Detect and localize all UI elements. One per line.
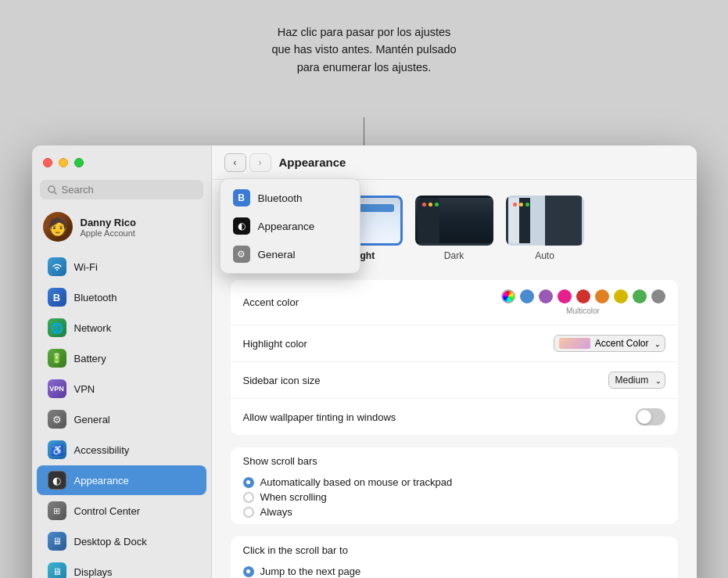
controlcenter-label: Control Center [74, 505, 141, 517]
zoom-button[interactable] [74, 158, 84, 167]
minimize-button[interactable] [59, 158, 68, 167]
dropdown-appearance-icon: ◐ [233, 217, 250, 235]
user-profile[interactable]: 🧑 Danny Rico Apple Account [32, 206, 211, 251]
tooltip-line [364, 117, 364, 145]
accent-red[interactable] [576, 289, 590, 303]
wifi-icon [48, 257, 66, 276]
accent-green[interactable] [633, 289, 647, 303]
sidebar-icon-size-select-wrapper: Small Medium Large [608, 372, 665, 389]
settings-window: 🧑 Danny Rico Apple Account Wi-Fi [32, 145, 697, 578]
user-subtitle: Apple Account [81, 228, 137, 238]
search-icon [48, 185, 57, 195]
general-label: General [74, 414, 110, 425]
click-next-radio [243, 566, 254, 577]
mode-option-dark[interactable]: Dark [415, 196, 493, 261]
bluetooth-label: Bluetooth [74, 292, 117, 303]
sidebar-icon-size-label: Sidebar icon size [243, 375, 321, 386]
forward-button[interactable]: › [249, 153, 271, 172]
close-button[interactable] [43, 158, 52, 167]
sidebar-item-battery[interactable]: 🔋 Battery [37, 343, 206, 373]
sidebar-item-controlcenter[interactable]: ⊞ Control Center [37, 496, 206, 526]
sidebar-item-appearance[interactable]: ◐ Appearance [37, 465, 206, 495]
scroll-auto-option[interactable]: Automatically based on mouse or trackpad [243, 476, 665, 488]
accent-color-label: Accent color [243, 296, 299, 308]
scroll-bars-section: Show scroll bars Automatically based on … [231, 447, 678, 524]
dropdown-bluetooth-label: Bluetooth [258, 192, 303, 204]
bluetooth-icon: B [48, 288, 66, 307]
accent-color-row: Accent color [231, 280, 678, 325]
accent-graphite[interactable] [651, 289, 665, 303]
battery-label: Battery [74, 353, 106, 364]
multicolor-label: Multicolor [566, 307, 600, 315]
sidebar-item-general[interactable]: ⚙ General [37, 404, 206, 434]
vpn-label: VPN [74, 383, 95, 395]
main-settings-section: Accent color [231, 280, 678, 435]
sidebar-item-wifi[interactable]: Wi-Fi [37, 252, 206, 282]
auto-preview [506, 196, 584, 246]
appearance-icon: ◐ [48, 471, 66, 490]
controlcenter-icon: ⊞ [48, 501, 66, 520]
accent-orange[interactable] [595, 289, 609, 303]
sidebar-item-displays[interactable]: 🖥 Displays [37, 557, 206, 578]
accent-colors-row [501, 289, 665, 303]
sidebar-item-vpn[interactable]: VPN VPN [37, 374, 206, 404]
sidebar-items-list: Wi-Fi B Bluetooth 🌐 Network 🔋 Battery [32, 251, 211, 578]
click-scroll-radio-group: Jump to the next page [231, 559, 678, 578]
highlight-color-button[interactable]: Accent Color [554, 335, 665, 352]
outer-wrapper: Haz clic para pasar por los ajustes que … [16, 16, 712, 578]
wallpaper-tinting-row: Allow wallpaper tinting in windows [231, 399, 678, 435]
nav-dropdown-menu: B Bluetooth ◐ Appearance ⚙ General [220, 178, 360, 274]
network-icon: 🌐 [48, 318, 66, 337]
vpn-icon: VPN [48, 379, 66, 398]
scroll-scrolling-option[interactable]: When scrolling [243, 491, 665, 503]
highlight-color-label: Highlight color [243, 338, 307, 350]
titlebar [32, 145, 211, 180]
tooltip-text: Haz clic para pasar por los ajustes que … [271, 26, 456, 74]
dropdown-general-icon: ⚙ [233, 246, 250, 263]
search-bar[interactable] [40, 180, 203, 199]
show-scroll-bars-label: Show scroll bars [231, 447, 678, 470]
sidebar-item-network[interactable]: 🌐 Network [37, 313, 206, 343]
wallpaper-tinting-toggle[interactable] [636, 408, 665, 425]
tooltip-area: Haz clic para pasar por los ajustes que … [16, 16, 712, 76]
search-input[interactable] [62, 184, 195, 196]
sidebar-item-desktop[interactable]: 🖥 Desktop & Dock [37, 526, 206, 556]
page-title: Appearance [279, 156, 346, 169]
dropdown-general-label: General [258, 249, 296, 260]
auto-mode-label: Auto [535, 250, 554, 261]
scroll-always-option[interactable]: Always [243, 506, 665, 518]
accessibility-label: Accessibility [74, 444, 130, 456]
dropdown-item-appearance[interactable]: ◐ Appearance [224, 212, 357, 240]
battery-icon: 🔋 [48, 349, 66, 368]
avatar: 🧑 [43, 212, 73, 242]
back-icon: ‹ [233, 156, 236, 168]
scroll-scrolling-label: When scrolling [260, 491, 327, 503]
accent-yellow[interactable] [614, 289, 628, 303]
accent-multicolor[interactable] [501, 289, 515, 303]
appearance-label: Appearance [74, 475, 129, 486]
click-scroll-section: Click in the scroll bar to Jump to the n… [231, 537, 678, 578]
accent-blue[interactable] [520, 289, 534, 303]
dropdown-item-general[interactable]: ⚙ General [224, 240, 357, 268]
sidebar-item-bluetooth[interactable]: B Bluetooth [37, 282, 206, 312]
mode-option-auto[interactable]: Auto [506, 196, 584, 261]
accent-pink[interactable] [558, 289, 572, 303]
displays-label: Displays [74, 566, 113, 578]
svg-line-1 [54, 192, 56, 194]
click-next-option[interactable]: Jump to the next page [243, 565, 665, 577]
scroll-auto-radio [243, 477, 254, 488]
user-name: Danny Rico [81, 217, 137, 228]
accent-colors-picker: Multicolor [501, 289, 665, 315]
network-label: Network [74, 322, 112, 334]
accent-purple[interactable] [539, 289, 553, 303]
dropdown-item-bluetooth[interactable]: B Bluetooth [224, 184, 357, 212]
sidebar-icon-size-select[interactable]: Small Medium Large [608, 372, 665, 389]
wallpaper-tinting-label: Allow wallpaper tinting in windows [243, 411, 396, 423]
dropdown-appearance-label: Appearance [258, 221, 315, 232]
back-button[interactable]: ‹ [224, 153, 246, 172]
scroll-always-radio [243, 507, 254, 518]
svg-point-0 [48, 186, 55, 192]
scroll-scrolling-radio [243, 492, 254, 503]
sidebar-item-accessibility[interactable]: ♿ Accessibility [37, 435, 206, 465]
main-titlebar: ‹ › Appearance B Bluetooth ◐ Appearance [212, 145, 697, 180]
